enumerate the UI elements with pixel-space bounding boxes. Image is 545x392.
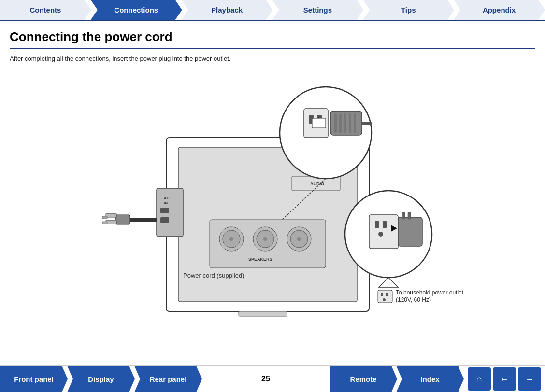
svg-text:(120V, 60 Hz): (120V, 60 Hz) [396, 296, 431, 303]
tab-tips[interactable]: Tips [363, 0, 454, 20]
svg-rect-36 [354, 113, 356, 133]
navigation-icons: ⌂ ← → [468, 367, 545, 391]
page-description: After completing all the connections, in… [10, 55, 535, 62]
svg-point-17 [229, 237, 233, 241]
tab-settings[interactable]: Settings [272, 0, 363, 20]
tab-playback[interactable]: Playback [182, 0, 273, 20]
svg-marker-50 [379, 278, 398, 287]
svg-rect-6 [160, 217, 169, 223]
tab-contents[interactable]: Contents [0, 0, 91, 20]
svg-rect-38 [312, 118, 326, 128]
svg-rect-11 [102, 216, 107, 219]
rear-panel-button[interactable]: Rear panel [134, 366, 202, 392]
svg-rect-53 [381, 293, 383, 296]
remote-button[interactable]: Remote [330, 366, 397, 392]
svg-rect-32 [334, 113, 337, 133]
svg-rect-48 [408, 212, 411, 219]
connection-diagram: AC IN SPEAKERS [89, 70, 456, 292]
svg-rect-35 [349, 113, 351, 133]
bottom-left-buttons: Front panel Display Rear panel [0, 366, 202, 392]
tab-appendix[interactable]: Appendix [454, 0, 545, 20]
index-button[interactable]: Index [396, 366, 464, 392]
svg-point-23 [297, 237, 301, 241]
bottom-right-buttons: Remote Index ⌂ ← → [330, 366, 545, 392]
forward-icon-button[interactable]: → [518, 367, 541, 391]
page-number: 25 [256, 375, 275, 383]
svg-rect-42 [369, 215, 398, 249]
svg-text:To household power outlet: To household power outlet [396, 289, 464, 296]
home-icon-button[interactable]: ⌂ [468, 367, 491, 391]
svg-text:SPEAKERS: SPEAKERS [248, 257, 272, 262]
svg-rect-47 [402, 212, 405, 219]
svg-text:Power cord (supplied): Power cord (supplied) [183, 272, 244, 279]
main-content: Connecting the power cord After completi… [0, 21, 545, 365]
back-icon-button[interactable]: ← [493, 367, 516, 391]
display-button[interactable]: Display [67, 366, 135, 392]
svg-rect-33 [339, 113, 342, 133]
svg-rect-10 [106, 220, 116, 224]
svg-rect-58 [239, 311, 287, 316]
top-navigation: Contents Connections Playback Settings T… [0, 0, 545, 21]
front-panel-button[interactable]: Front panel [0, 366, 68, 392]
svg-point-55 [383, 298, 386, 301]
svg-rect-5 [160, 208, 169, 213]
svg-rect-44 [383, 221, 387, 228]
svg-point-45 [378, 232, 383, 237]
bottom-navigation: Front panel Display Rear panel 25 Remote… [0, 365, 545, 392]
bottom-center: 25 [202, 375, 330, 383]
svg-rect-46 [398, 217, 422, 246]
svg-rect-54 [386, 293, 388, 296]
svg-rect-8 [115, 215, 130, 224]
svg-rect-9 [106, 213, 116, 217]
svg-rect-12 [102, 222, 107, 224]
diagram-area: AC IN SPEAKERS [10, 70, 535, 297]
svg-point-20 [263, 237, 267, 241]
svg-text:IN: IN [164, 201, 168, 205]
tab-connections[interactable]: Connections [91, 0, 182, 20]
title-divider [10, 48, 535, 49]
svg-rect-34 [344, 113, 346, 133]
svg-text:AC: AC [164, 196, 170, 200]
svg-rect-43 [375, 221, 379, 228]
page-title: Connecting the power cord [10, 29, 535, 44]
